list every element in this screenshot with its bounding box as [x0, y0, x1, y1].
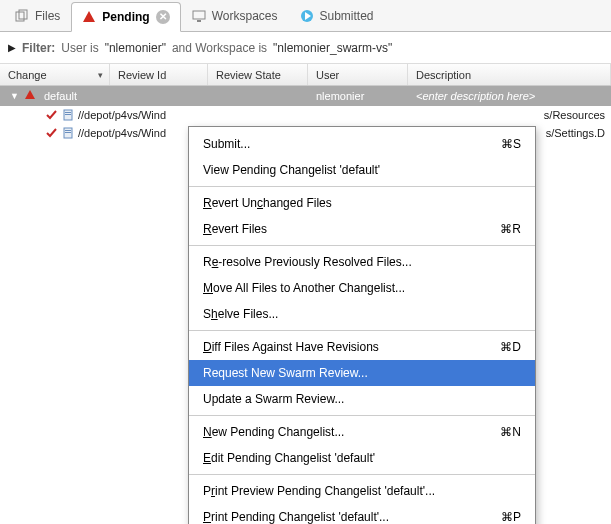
file-icon [62, 109, 74, 121]
submitted-circle-icon [300, 9, 314, 23]
file-path-right: s/Resources [544, 109, 611, 121]
filter-text: and Workspace is [172, 41, 267, 55]
tab-pending[interactable]: Pending ✕ [71, 2, 180, 32]
tab-label: Submitted [320, 9, 374, 23]
file-path-right: s/Settings.D [546, 127, 611, 139]
tab-label: Files [35, 9, 60, 23]
menu-shelve[interactable]: Shelve Files... [189, 301, 535, 327]
filter-label: Filter: [22, 41, 55, 55]
svg-rect-1 [19, 10, 27, 19]
menu-print-preview[interactable]: Print Preview Pending Changelist 'defaul… [189, 478, 535, 504]
tab-submitted[interactable]: Submitted [289, 1, 385, 31]
header-user[interactable]: User [308, 64, 408, 85]
menu-separator [189, 474, 535, 475]
svg-marker-7 [25, 90, 35, 99]
header-change[interactable]: Change [0, 64, 110, 85]
menu-reresolve[interactable]: Re-resolve Previously Resolved Files... [189, 249, 535, 275]
menu-separator [189, 415, 535, 416]
check-icon [46, 127, 58, 139]
menu-separator [189, 330, 535, 331]
context-menu: Submit...⌘S View Pending Changelist 'def… [188, 126, 536, 524]
check-icon [46, 109, 58, 121]
pending-triangle-icon [82, 10, 96, 24]
svg-rect-12 [65, 130, 71, 131]
cell-user: nlemonier [308, 90, 408, 102]
menu-view-pending[interactable]: View Pending Changelist 'default' [189, 157, 535, 183]
column-headers: Change Review Id Review State User Descr… [0, 64, 611, 86]
monitor-icon [192, 9, 206, 23]
tab-bar: Files Pending ✕ Workspaces Submitted [0, 0, 611, 32]
svg-rect-0 [16, 12, 24, 21]
cell-description: <enter description here> [408, 90, 611, 102]
filter-bar: ▶ Filter: User is "nlemonier" and Worksp… [0, 32, 611, 64]
svg-rect-13 [65, 132, 71, 133]
svg-rect-9 [65, 112, 71, 113]
tab-workspaces[interactable]: Workspaces [181, 1, 289, 31]
file-row[interactable]: //depot/p4vs/Wind s/Resources [0, 106, 611, 124]
svg-marker-2 [83, 11, 95, 22]
header-description[interactable]: Description [408, 64, 611, 85]
menu-move-all[interactable]: Move All Files to Another Changelist... [189, 275, 535, 301]
filter-user-value: "nlemonier" [105, 41, 166, 55]
svg-rect-3 [193, 11, 205, 19]
svg-rect-4 [197, 20, 201, 22]
close-icon[interactable]: ✕ [156, 10, 170, 24]
filter-expand-icon[interactable]: ▶ [8, 42, 16, 53]
menu-new-pending[interactable]: New Pending Changelist...⌘N [189, 419, 535, 445]
pending-triangle-icon [24, 89, 36, 103]
menu-request-swarm-review[interactable]: Request New Swarm Review... [189, 360, 535, 386]
chevron-down-icon: ▼ [0, 91, 24, 101]
menu-separator [189, 245, 535, 246]
filter-workspace-value: "nlemonier_swarm-vs" [273, 41, 392, 55]
menu-diff[interactable]: Diff Files Against Have Revisions⌘D [189, 334, 535, 360]
tab-label: Pending [102, 10, 149, 24]
changelist-name: default [36, 90, 110, 102]
menu-separator [189, 186, 535, 187]
header-review-id[interactable]: Review Id [110, 64, 208, 85]
menu-revert-files[interactable]: Revert Files⌘R [189, 216, 535, 242]
file-path: //depot/p4vs/Wind [78, 109, 166, 121]
menu-revert-unchanged[interactable]: Revert Unchanged Files [189, 190, 535, 216]
svg-rect-10 [65, 114, 71, 115]
tab-label: Workspaces [212, 9, 278, 23]
header-review-state[interactable]: Review State [208, 64, 308, 85]
menu-print[interactable]: Print Pending Changelist 'default'...⌘P [189, 504, 535, 524]
changelist-row-default[interactable]: ▼ default nlemonier <enter description h… [0, 86, 611, 106]
menu-edit-pending[interactable]: Edit Pending Changelist 'default' [189, 445, 535, 471]
menu-update-swarm-review[interactable]: Update a Swarm Review... [189, 386, 535, 412]
files-stack-icon [15, 9, 29, 23]
tab-files[interactable]: Files [4, 1, 71, 31]
menu-submit[interactable]: Submit...⌘S [189, 131, 535, 157]
filter-text: User is [61, 41, 98, 55]
file-path: //depot/p4vs/Wind [78, 127, 166, 139]
file-icon [62, 127, 74, 139]
